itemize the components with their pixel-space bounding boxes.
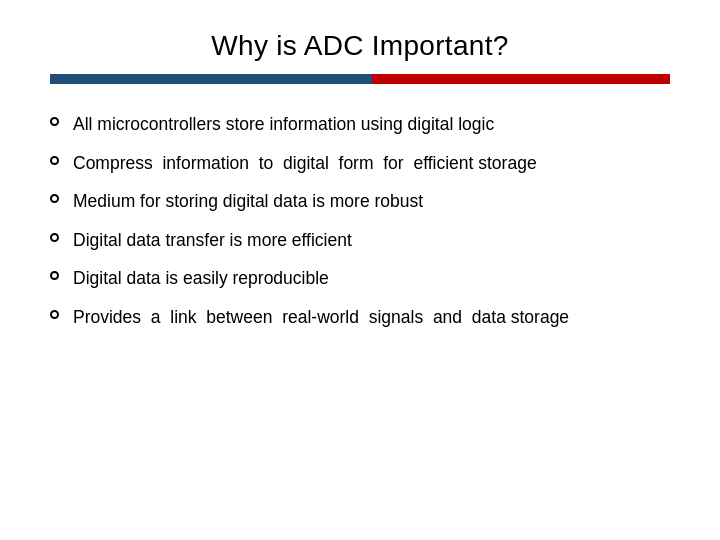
bullet-icon (50, 194, 59, 203)
bullet-text: Digital data is easily reproducible (73, 266, 670, 291)
bullet-text: Provides a link between real-world signa… (73, 305, 670, 330)
slide-title: Why is ADC Important? (50, 30, 670, 62)
list-item: All microcontrollers store information u… (50, 112, 670, 137)
bullet-text: Digital data transfer is more efficient (73, 228, 670, 253)
list-item: Digital data transfer is more efficient (50, 228, 670, 253)
bullet-icon (50, 233, 59, 242)
list-item: Provides a link between real-world signa… (50, 305, 670, 330)
bullet-icon (50, 156, 59, 165)
bullet-icon (50, 310, 59, 319)
divider-blue (50, 74, 372, 84)
bullet-text: Medium for storing digital data is more … (73, 189, 670, 214)
content-area: All microcontrollers store information u… (50, 112, 670, 510)
bullet-icon (50, 117, 59, 126)
divider-red (372, 74, 670, 84)
divider-bar (50, 74, 670, 84)
list-item: Digital data is easily reproducible (50, 266, 670, 291)
bullet-list: All microcontrollers store information u… (50, 112, 670, 343)
list-item: Compress information to digital form for… (50, 151, 670, 176)
bullet-text: All microcontrollers store information u… (73, 112, 670, 137)
slide: Why is ADC Important? All microcontrolle… (0, 0, 720, 540)
list-item: Medium for storing digital data is more … (50, 189, 670, 214)
bullet-icon (50, 271, 59, 280)
bullet-text: Compress information to digital form for… (73, 151, 670, 176)
